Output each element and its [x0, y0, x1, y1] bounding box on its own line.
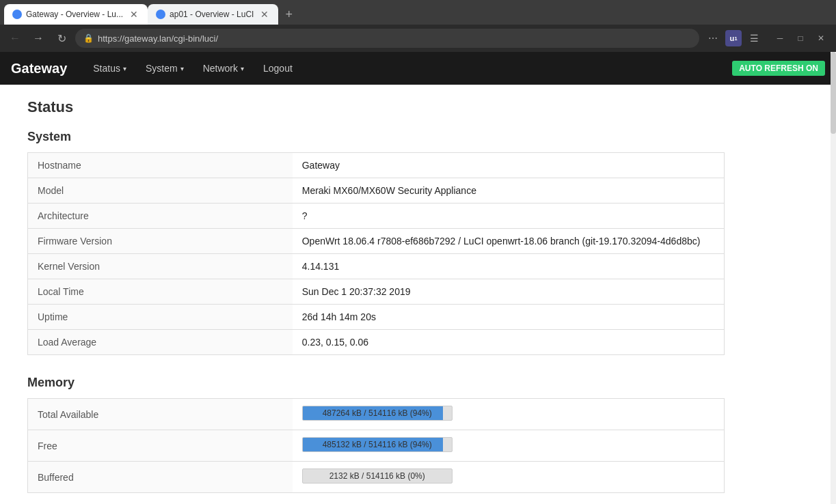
- tab-favicon-gateway: [12, 10, 22, 19]
- field-value: Sun Dec 1 20:37:32 2019: [293, 279, 725, 305]
- table-row: Free 485132 kB / 514116 kB (94%): [28, 430, 725, 462]
- tab-ap01[interactable]: ap01 - Overview - LuCI ✕: [148, 4, 278, 25]
- app-navbar: Gateway Status ▾ System ▾ Network ▾ Logo…: [0, 52, 836, 85]
- page-content: Status System Hostname Gateway Model Mer…: [0, 85, 752, 504]
- field-label: Uptime: [28, 305, 293, 330]
- lock-icon: 🔒: [83, 33, 94, 43]
- memory-info-table: Total Available 487264 kB / 514116 kB (9…: [27, 398, 725, 493]
- field-value: Gateway: [293, 153, 725, 178]
- window-controls: ─ □ ✕: [770, 29, 831, 48]
- tab-favicon-ap01: [156, 10, 165, 19]
- extension-icon[interactable]: u1: [725, 30, 742, 46]
- field-label: Model: [28, 178, 293, 204]
- browser-actions: ⋯ u1 ☰: [703, 29, 764, 48]
- tab-close-gateway[interactable]: ✕: [129, 9, 139, 20]
- field-label: Load Average: [28, 330, 293, 355]
- table-row: Uptime 26d 14h 14m 20s: [28, 305, 725, 330]
- table-row: Hostname Gateway: [28, 153, 725, 178]
- field-label: Hostname: [28, 153, 293, 178]
- table-row: Kernel Version 4.14.131: [28, 254, 725, 279]
- field-value: ?: [293, 204, 725, 229]
- tab-title-ap01: ap01 - Overview - LuCI: [170, 10, 254, 19]
- tab-title-gateway: Gateway - Overview - Lu...: [26, 10, 123, 19]
- minimize-button[interactable]: ─: [770, 29, 790, 48]
- address-bar-row: ← → ↻ 🔒 https://gateway.lan/cgi-bin/luci…: [0, 25, 836, 52]
- nav-logout[interactable]: Logout: [254, 52, 302, 85]
- progress-label: 2132 kB / 514116 kB (0%): [303, 469, 452, 483]
- nav-status[interactable]: Status ▾: [83, 52, 136, 85]
- field-label: Total Available: [28, 399, 293, 430]
- system-section-title: System: [27, 130, 725, 144]
- field-value: OpenWrt 18.06.4 r7808-ef686b7292 / LuCI …: [293, 229, 725, 254]
- svg-point-1: [157, 11, 164, 18]
- field-value: 487264 kB / 514116 kB (94%): [293, 399, 725, 430]
- nav-logout-label: Logout: [263, 63, 293, 74]
- url-text: https://gateway.lan/cgi-bin/luci/: [98, 33, 218, 44]
- scrollbar-thumb[interactable]: [831, 52, 836, 134]
- menu-button[interactable]: ☰: [744, 29, 764, 48]
- nav-system[interactable]: System ▾: [136, 52, 193, 85]
- nav-status-arrow: ▾: [123, 65, 126, 72]
- reload-button[interactable]: ↻: [52, 29, 71, 48]
- field-value: 485132 kB / 514116 kB (94%): [293, 430, 725, 462]
- extensions-button[interactable]: ⋯: [703, 29, 723, 48]
- nav-network[interactable]: Network ▾: [193, 52, 254, 85]
- system-info-table: Hostname Gateway Model Meraki MX60/MX60W…: [27, 152, 725, 355]
- field-value: 4.14.131: [293, 254, 725, 279]
- field-label: Architecture: [28, 204, 293, 229]
- table-row: Firmware Version OpenWrt 18.06.4 r7808-e…: [28, 229, 725, 254]
- nav-network-label: Network: [203, 63, 238, 74]
- close-button[interactable]: ✕: [811, 29, 831, 48]
- app-brand: Gateway: [11, 61, 67, 76]
- memory-section-title: Memory: [27, 376, 725, 390]
- nav-network-arrow: ▾: [241, 65, 244, 72]
- page-title: Status: [27, 98, 725, 116]
- field-label: Buffered: [28, 462, 293, 493]
- scrollbar-track[interactable]: [831, 52, 836, 504]
- table-row: Load Average 0.23, 0.15, 0.06: [28, 330, 725, 355]
- new-tab-button[interactable]: +: [281, 4, 297, 25]
- progress-label: 487264 kB / 514116 kB (94%): [303, 406, 452, 420]
- table-row: Buffered 2132 kB / 514116 kB (0%): [28, 462, 725, 493]
- field-label: Firmware Version: [28, 229, 293, 254]
- field-value: Meraki MX60/MX60W Security Appliance: [293, 178, 725, 204]
- field-value: 2132 kB / 514116 kB (0%): [293, 462, 725, 493]
- field-value: 0.23, 0.15, 0.06: [293, 330, 725, 355]
- progress-bar: 487264 kB / 514116 kB (94%): [302, 406, 453, 421]
- progress-bar: 485132 kB / 514116 kB (94%): [302, 437, 453, 452]
- field-label: Free: [28, 430, 293, 462]
- nav-status-label: Status: [93, 63, 120, 74]
- table-row: Model Meraki MX60/MX60W Security Applian…: [28, 178, 725, 204]
- progress-label: 485132 kB / 514116 kB (94%): [303, 438, 452, 451]
- field-label: Local Time: [28, 279, 293, 305]
- forward-button[interactable]: →: [29, 29, 48, 48]
- auto-refresh-button[interactable]: AUTO REFRESH ON: [732, 61, 825, 76]
- progress-bar: 2132 kB / 514116 kB (0%): [302, 468, 453, 484]
- table-row: Local Time Sun Dec 1 20:37:32 2019: [28, 279, 725, 305]
- nav-system-label: System: [146, 63, 178, 74]
- nav-system-arrow: ▾: [180, 65, 184, 72]
- tab-close-ap01[interactable]: ✕: [259, 9, 270, 20]
- maximize-button[interactable]: □: [791, 29, 810, 48]
- address-bar[interactable]: 🔒 https://gateway.lan/cgi-bin/luci/: [75, 29, 699, 48]
- field-value: 26d 14h 14m 20s: [293, 305, 725, 330]
- back-button[interactable]: ←: [5, 29, 25, 48]
- tab-bar: Gateway - Overview - Lu... ✕ ap01 - Over…: [0, 0, 836, 25]
- tab-gateway[interactable]: Gateway - Overview - Lu... ✕: [4, 4, 148, 25]
- table-row: Architecture ?: [28, 204, 725, 229]
- browser-chrome: Gateway - Overview - Lu... ✕ ap01 - Over…: [0, 0, 836, 52]
- svg-point-0: [14, 11, 21, 18]
- table-row: Total Available 487264 kB / 514116 kB (9…: [28, 399, 725, 430]
- nav-menu: Status ▾ System ▾ Network ▾ Logout: [83, 52, 732, 85]
- field-label: Kernel Version: [28, 254, 293, 279]
